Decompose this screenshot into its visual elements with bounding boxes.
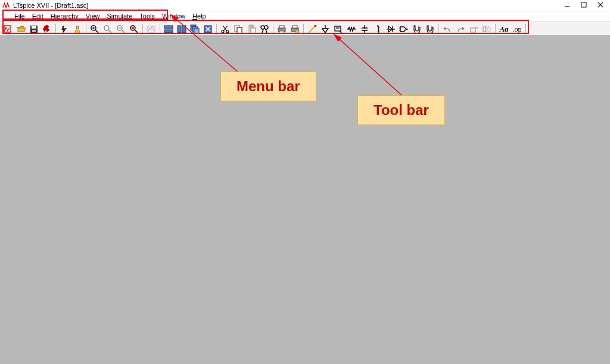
svg-point-46 [264, 26, 268, 29]
minimize-button[interactable] [559, 0, 575, 10]
drag-button[interactable] [424, 23, 437, 36]
toolbar-separator [55, 24, 56, 35]
svg-rect-50 [279, 26, 284, 28]
cascade-button[interactable] [188, 23, 201, 36]
save-button[interactable] [27, 23, 41, 36]
print-icon [277, 24, 287, 34]
toolbar-separator [160, 24, 160, 35]
svg-rect-1 [581, 2, 586, 7]
svg-rect-53 [292, 26, 297, 28]
ground-button[interactable] [319, 23, 332, 36]
menu-item-simulate[interactable]: Simulate [103, 11, 136, 21]
svg-rect-77 [483, 27, 485, 32]
menu-item-hierarchy[interactable]: Hierarchy [47, 11, 82, 21]
svg-marker-74 [462, 27, 465, 30]
menu-item-tools[interactable]: Tools [136, 11, 158, 21]
halt-icon [73, 24, 82, 34]
redo-icon [456, 24, 465, 34]
redo-button [454, 23, 467, 36]
autorange-button [145, 23, 158, 36]
tile-vert-icon [177, 24, 186, 34]
diode-button[interactable] [384, 23, 397, 36]
ground-icon [320, 24, 330, 34]
copy-icon [234, 24, 243, 34]
print-setup-button[interactable] [288, 23, 301, 36]
svg-line-47 [262, 29, 263, 33]
toolbar-separator [495, 24, 496, 35]
zoom-in-button[interactable] [88, 23, 101, 36]
mirror-icon [482, 24, 491, 34]
control-panel-icon [42, 24, 52, 34]
drag-icon [425, 24, 435, 34]
spice-directive-button[interactable]: .op [511, 23, 524, 36]
svg-rect-56 [315, 25, 316, 27]
place-text-button[interactable]: Aa [497, 23, 511, 36]
close-button[interactable] [592, 0, 609, 10]
svg-rect-7 [32, 30, 36, 32]
svg-rect-32 [194, 29, 199, 33]
menu-item-window[interactable]: Window [158, 11, 189, 21]
find-button[interactable] [258, 23, 271, 36]
control-panel-button[interactable] [41, 23, 54, 36]
net-label-button[interactable] [332, 23, 345, 36]
rotate-icon [469, 24, 478, 34]
inductor-button[interactable] [371, 23, 384, 36]
toolbar-separator [142, 24, 143, 35]
move-button[interactable] [410, 23, 424, 36]
net-label-icon [334, 24, 343, 34]
toolbar-separator [303, 24, 304, 35]
run-button[interactable] [58, 23, 71, 36]
toolbar-separator [216, 24, 217, 35]
menu-item-edit[interactable]: Edit [29, 11, 47, 21]
cascade-icon [190, 24, 200, 34]
menu-bar: FileEditHierarchyViewSimulateToolsWindow… [0, 11, 610, 22]
run-icon [60, 24, 69, 34]
svg-point-16 [104, 26, 109, 30]
menu-item-view[interactable]: View [82, 11, 104, 21]
rotate-button [467, 23, 480, 36]
toolbar-separator [525, 24, 526, 35]
spice-directive-icon: .op [513, 25, 522, 34]
menu-item-help[interactable]: Help [189, 11, 210, 21]
draw-wire-button[interactable] [306, 23, 319, 36]
cut-button[interactable] [219, 23, 232, 36]
new-schematic-button[interactable] [1, 23, 14, 36]
svg-rect-75 [471, 28, 475, 32]
svg-point-45 [261, 26, 264, 29]
pan-icon [103, 24, 113, 34]
component-icon [399, 24, 409, 34]
svg-line-13 [95, 30, 98, 33]
svg-rect-43 [250, 25, 253, 27]
zoom-full-button[interactable] [127, 23, 141, 36]
close-win-button[interactable] [201, 23, 214, 36]
title-bar: LTspice XVII - [Draft1.asc] [0, 0, 610, 11]
svg-line-19 [122, 30, 125, 33]
halt-button[interactable] [71, 23, 84, 36]
zoom-full-icon [129, 24, 139, 34]
schematic-canvas[interactable] [0, 35, 610, 364]
svg-line-22 [135, 30, 138, 33]
find-icon [260, 24, 269, 34]
menu-item-file[interactable]: File [11, 11, 29, 21]
resistor-button[interactable] [345, 23, 358, 36]
new-schematic-icon [3, 24, 13, 34]
open-button[interactable] [14, 23, 27, 36]
zoom-out-icon [116, 24, 126, 34]
svg-line-17 [108, 30, 111, 33]
paste-icon [247, 24, 256, 34]
copy-button[interactable] [232, 23, 245, 36]
tile-vert-button[interactable] [175, 23, 188, 36]
component-button[interactable] [397, 23, 410, 36]
svg-rect-51 [279, 31, 284, 33]
undo-button [441, 23, 454, 36]
svg-rect-29 [182, 26, 186, 33]
capacitor-button[interactable] [358, 23, 371, 36]
diode-icon [386, 24, 396, 34]
svg-rect-41 [237, 27, 242, 33]
maximize-button[interactable] [575, 0, 592, 10]
close-win-icon [203, 24, 213, 34]
tile-horiz-button[interactable] [162, 23, 175, 36]
print-button[interactable] [275, 23, 288, 36]
draw-wire-icon [307, 24, 317, 34]
undo-icon [443, 24, 452, 34]
